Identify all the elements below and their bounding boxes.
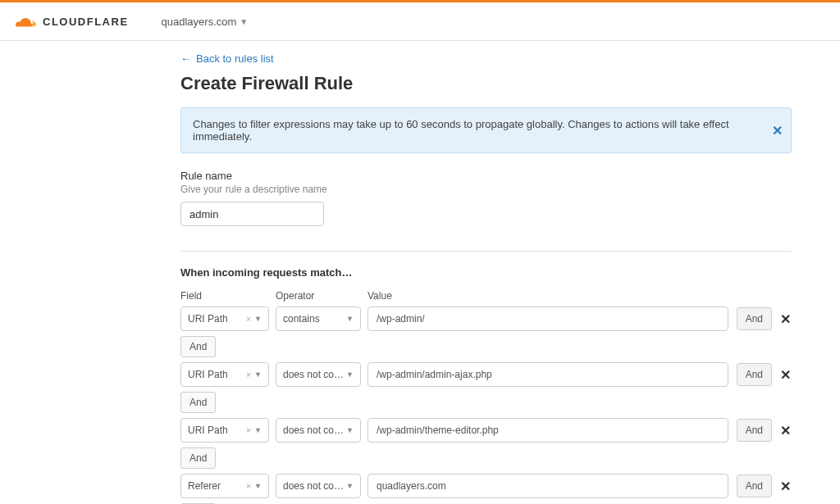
chevron-down-icon: ▼ [346,370,354,379]
row-actions: And✕ [737,474,792,497]
field-select-label: URI Path [188,425,228,436]
delete-row-icon[interactable]: ✕ [778,423,792,438]
connector-and-button[interactable]: And [180,392,216,413]
operator-select-label: does not cont... [283,480,346,492]
connector: And [180,336,792,357]
and-button[interactable]: And [737,307,772,330]
chevron-down-icon: ▼ [346,482,354,490]
connector-and-button[interactable]: And [180,336,216,357]
and-button[interactable]: And [737,363,772,386]
row-actions: And✕ [737,363,792,386]
value-input[interactable] [368,474,728,498]
chevron-down-icon: ▼ [254,315,262,323]
operator-select[interactable]: contains▼ [276,306,361,331]
operator-select-label: contains [283,313,320,325]
and-button[interactable]: And [737,419,772,442]
rule-row: URI Path×▼does not cont...▼And✕ [180,362,792,387]
row-actions: And✕ [737,307,792,330]
rules-builder: Field Operator Value URI Path×▼contains▼… [180,290,792,504]
site-selector-dropdown[interactable]: quadlayers.com ▼ [162,16,249,28]
chevron-down-icon: ▼ [254,426,262,434]
rule-row: URI Path×▼contains▼And✕ [180,306,792,331]
value-input[interactable] [368,362,728,387]
chevron-down-icon: ▼ [346,426,354,434]
field-select-label: Referer [188,480,221,492]
arrow-left-icon: ← [180,52,191,65]
header-operator: Operator [276,290,368,302]
top-bar: CLOUDFLARE quadlayers.com ▼ [0,0,840,41]
operator-select[interactable]: does not cont...▼ [276,362,361,387]
clear-icon[interactable]: × [246,481,251,491]
site-selector-label: quadlayers.com [162,16,237,28]
value-input[interactable] [368,418,728,443]
delete-row-icon[interactable]: ✕ [778,311,792,327]
operator-select-label: does not cont... [283,425,346,436]
main-content: ← Back to rules list Create Firewall Rul… [0,41,804,504]
back-link-label: Back to rules list [196,52,274,65]
and-button[interactable]: And [737,474,772,497]
field-select[interactable]: URI Path×▼ [180,306,269,331]
chevron-down-icon: ▼ [346,315,354,323]
clear-icon[interactable]: × [246,370,251,379]
field-select[interactable]: Referer×▼ [180,474,269,498]
header-field: Field [180,290,276,302]
row-actions: And✕ [737,419,792,442]
rule-name-input[interactable] [180,202,324,226]
match-heading: When incoming requests match… [180,266,804,279]
clear-icon[interactable]: × [246,314,251,324]
rule-row: URI Path×▼does not cont...▼And✕ [180,418,792,443]
connector: And [180,447,792,469]
header-value: Value [368,290,792,302]
info-notice: Changes to filter expressions may take u… [180,107,792,153]
field-select-label: URI Path [188,369,228,380]
notice-text: Changes to filter expressions may take u… [193,118,729,143]
rule-name-hint: Give your rule a descriptive name [180,184,804,195]
rule-row: Referer×▼does not cont...▼And✕ [180,474,792,498]
cloud-icon [13,14,38,29]
field-select-label: URI Path [188,313,228,325]
brand-name: CLOUDFLARE [43,16,129,28]
rule-name-label: Rule name [180,170,804,182]
delete-row-icon[interactable]: ✕ [778,367,792,383]
back-to-rules-link[interactable]: ← Back to rules list [180,52,274,65]
operator-select[interactable]: does not cont...▼ [276,474,361,498]
chevron-down-icon: ▼ [254,370,262,379]
field-select[interactable]: URI Path×▼ [180,418,269,443]
value-input[interactable] [368,306,728,331]
section-divider [180,251,792,252]
clear-icon[interactable]: × [246,425,251,435]
operator-select-label: does not cont... [283,369,346,380]
close-icon[interactable]: ✕ [772,123,783,138]
page-title: Create Firewall Rule [180,73,804,94]
connector-and-button[interactable]: And [180,447,216,469]
brand-logo: CLOUDFLARE [13,14,129,29]
chevron-down-icon: ▼ [240,17,248,26]
chevron-down-icon: ▼ [254,482,262,490]
field-select[interactable]: URI Path×▼ [180,362,269,387]
column-headers: Field Operator Value [180,290,792,302]
connector: And [180,392,792,413]
operator-select[interactable]: does not cont...▼ [276,418,361,443]
delete-row-icon[interactable]: ✕ [778,479,792,494]
